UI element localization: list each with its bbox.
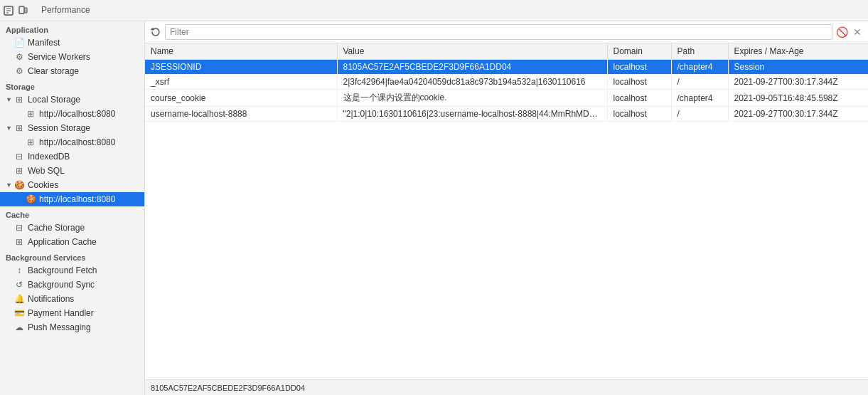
column-header-domain: Domain <box>607 43 671 60</box>
sidebar-group-session-storage[interactable]: ⊞ Session Storage <box>0 121 144 135</box>
tab-performance[interactable]: Performance <box>34 0 97 21</box>
table-row[interactable]: _xsrf2|3fc42964|fae4a04204059dc81a8c973b… <box>145 75 868 90</box>
cell-value: 这是一个课内设置的cookie. <box>337 90 607 107</box>
filter-close-icon[interactable]: ✕ <box>851 26 864 38</box>
cell-value: 8105AC57E2AF5CBEDE2F3D9F66A1DD04 <box>337 60 607 75</box>
manifest-icon: 📄 <box>14 38 24 48</box>
local-storage-item-icon: ⊞ <box>26 109 36 119</box>
table-body: JSESSIONID8105AC57E2AF5CBEDE2F3D9F66A1DD… <box>145 60 868 122</box>
table-row[interactable]: username-localhost-8888"2|1:0|10:1630110… <box>145 107 868 122</box>
sidebar-item-notifications[interactable]: 🔔 Notifications <box>0 292 144 306</box>
sidebar-item-manifest[interactable]: 📄 Manifest <box>0 36 144 50</box>
cell-value: 2|3fc42964|fae4a04204059dc81a8c973b194a5… <box>337 75 607 90</box>
svg-rect-1 <box>19 6 24 14</box>
cell-domain: localhost <box>607 90 671 107</box>
cell-path: /chapter4 <box>671 60 728 75</box>
table-row[interactable]: JSESSIONID8105AC57E2AF5CBEDE2F3D9F66A1DD… <box>145 60 868 75</box>
cookie-table: Name Value Domain Path Expires / Max-Age… <box>145 43 868 379</box>
cell-domain: localhost <box>607 60 671 75</box>
session-storage-item-icon: ⊞ <box>26 137 36 147</box>
application-section-title: Application <box>0 21 144 36</box>
sidebar-group-local-storage[interactable]: ⊞ Local Storage <box>0 93 144 107</box>
sidebar-item-background-sync[interactable]: ↺ Background Sync <box>0 278 144 292</box>
sidebar-item-service-workers[interactable]: ⚙ Service Workers <box>0 50 144 64</box>
sidebar-item-local-storage-localhost[interactable]: ⊞ http://localhost:8080 <box>0 107 144 121</box>
cookies-triangle <box>6 181 12 189</box>
cache-storage-icon: ⊟ <box>14 223 24 233</box>
sidebar-item-clear-storage[interactable]: ⚙ Clear storage <box>0 64 144 78</box>
column-header-name: Name <box>145 43 337 60</box>
filter-cancel-icon[interactable]: 🚫 <box>835 26 848 38</box>
sidebar-item-payment-handler[interactable]: 💳 Payment Handler <box>0 306 144 320</box>
service-workers-icon: ⚙ <box>14 52 24 62</box>
table-header-row: Name Value Domain Path Expires / Max-Age <box>145 43 868 60</box>
filter-bar: 🚫 ✕ <box>145 21 868 43</box>
sidebar-group-cookies[interactable]: 🍪 Cookies <box>0 178 144 192</box>
cell-name: JSESSIONID <box>145 60 337 75</box>
cache-section-title: Cache <box>0 206 144 221</box>
sidebar-item-cookies-localhost[interactable]: 🍪 http://localhost:8080 <box>0 192 144 206</box>
storage-section-title: Storage <box>0 78 144 93</box>
tab-bar: ElementsConsoleSourcesNetworkPerformance… <box>0 0 868 21</box>
application-cache-icon: ⊞ <box>14 237 24 247</box>
cell-expires: Session <box>728 60 868 75</box>
sidebar-item-indexed-db[interactable]: ⊟ IndexedDB <box>0 149 144 164</box>
refresh-button[interactable] <box>149 26 162 38</box>
session-storage-icon: ⊞ <box>14 123 24 133</box>
web-sql-icon: ⊞ <box>14 166 24 176</box>
sidebar-item-background-fetch[interactable]: ↕ Background Fetch <box>0 263 144 278</box>
tab-bar-icons <box>3 5 28 16</box>
cell-value: "2|1:0|10:1630110616|23:username-localho… <box>337 107 607 122</box>
indexed-db-icon: ⊟ <box>14 152 24 162</box>
sidebar-item-session-storage-localhost[interactable]: ⊞ http://localhost:8080 <box>0 135 144 149</box>
inspect-icon[interactable] <box>3 5 14 16</box>
background-services-section-title: Background Services <box>0 249 144 263</box>
column-header-expires: Expires / Max-Age <box>728 43 868 60</box>
sidebar-item-web-sql[interactable]: ⊞ Web SQL <box>0 164 144 178</box>
column-header-value: Value <box>337 43 607 60</box>
cell-expires: 2021-09-27T00:30:17.344Z <box>728 75 868 90</box>
background-sync-icon: ↺ <box>14 280 24 290</box>
main-layout: Application 📄 Manifest ⚙ Service Workers… <box>0 21 868 395</box>
push-messaging-icon: ☁ <box>14 322 24 332</box>
local-storage-triangle <box>6 96 12 103</box>
status-bar: 8105AC57E2AF5CBEDE2F3D9F66A1DD04 <box>145 379 868 395</box>
cell-expires: 2021-09-27T00:30:17.344Z <box>728 107 868 122</box>
sidebar-item-push-messaging[interactable]: ☁ Push Messaging <box>0 320 144 335</box>
cell-path: / <box>671 75 728 90</box>
cell-expires: 2021-09-05T16:48:45.598Z <box>728 90 868 107</box>
column-header-path: Path <box>671 43 728 60</box>
cookies-icon: 🍪 <box>14 180 24 190</box>
cell-name: username-localhost-8888 <box>145 107 337 122</box>
clear-storage-icon: ⚙ <box>14 66 24 76</box>
status-text: 8105AC57E2AF5CBEDE2F3D9F66A1DD04 <box>151 384 305 392</box>
cell-name: _xsrf <box>145 75 337 90</box>
sidebar-item-cache-storage[interactable]: ⊟ Cache Storage <box>0 221 144 235</box>
cell-domain: localhost <box>607 107 671 122</box>
sidebar-item-application-cache[interactable]: ⊞ Application Cache <box>0 235 144 249</box>
cookies-data-table: Name Value Domain Path Expires / Max-Age… <box>145 43 868 122</box>
table-row[interactable]: course_cookie这是一个课内设置的cookie.localhost/c… <box>145 90 868 107</box>
svg-rect-2 <box>25 8 27 13</box>
cell-path: / <box>671 107 728 122</box>
session-storage-triangle <box>6 125 12 132</box>
cookies-item-icon: 🍪 <box>26 194 36 204</box>
cell-name: course_cookie <box>145 90 337 107</box>
local-storage-icon: ⊞ <box>14 95 24 105</box>
filter-input[interactable] <box>165 24 832 40</box>
sidebar: Application 📄 Manifest ⚙ Service Workers… <box>0 21 145 395</box>
payment-handler-icon: 💳 <box>14 308 24 318</box>
background-fetch-icon: ↕ <box>14 265 24 275</box>
cell-path: /chapter4 <box>671 90 728 107</box>
device-icon[interactable] <box>17 5 28 16</box>
content-area: 🚫 ✕ Name Value Domain Path Expires / Max… <box>145 21 868 395</box>
notifications-icon: 🔔 <box>14 294 24 304</box>
cell-domain: localhost <box>607 75 671 90</box>
